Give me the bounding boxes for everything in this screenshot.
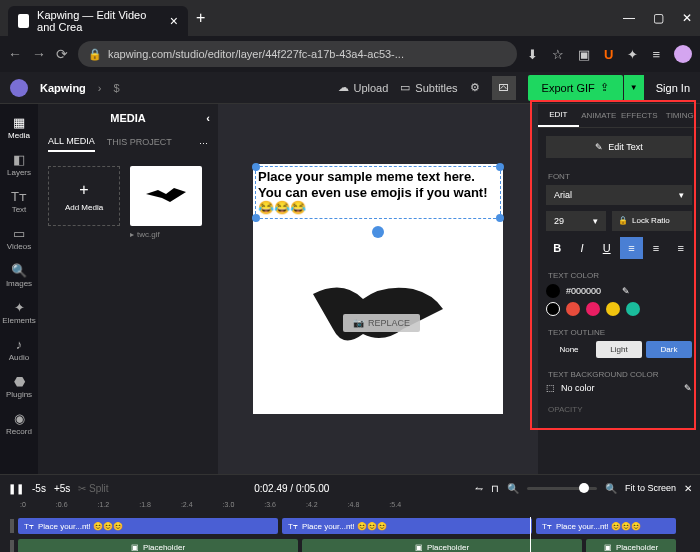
subtitles-button[interactable]: ▭ Subtitles (400, 81, 457, 94)
kapwing-logo[interactable] (10, 79, 28, 97)
media-more-icon[interactable]: ⋯ (199, 139, 208, 149)
tab-effects[interactable]: EFFECTS (619, 104, 660, 127)
timeline-clip-placeholder[interactable]: ▣Placeholder (586, 539, 676, 552)
timeline-clip-placeholder[interactable]: ▣Placeholder (302, 539, 582, 552)
settings-gear-icon[interactable]: ⚙ (470, 81, 480, 94)
new-tab-button[interactable]: + (196, 9, 205, 27)
export-button[interactable]: Export GIF ⇪ (528, 75, 623, 101)
underline-button[interactable]: U (595, 237, 618, 259)
swatch-teal[interactable] (626, 302, 640, 316)
lock-ratio-toggle[interactable]: 🔒 Lock Ratio (612, 211, 692, 231)
rail-record[interactable]: ◉Record (0, 406, 38, 441)
close-window-icon[interactable]: ✕ (682, 11, 692, 25)
fit-to-screen-button[interactable]: Fit to Screen (625, 483, 676, 493)
star-icon[interactable]: ☆ (552, 47, 564, 62)
replace-button[interactable]: 📷 REPLACE (343, 314, 420, 332)
rail-media[interactable]: ▦Media (0, 110, 38, 145)
upload-button[interactable]: ☁ Upload (338, 81, 389, 94)
signin-link[interactable]: Sign In (656, 82, 690, 94)
timeline-track-placeholder[interactable]: ▣Placeholder ▣Placeholder ▣Placeholder (10, 538, 690, 552)
forward-icon[interactable]: → (32, 46, 46, 62)
outline-none-button[interactable]: None (546, 341, 592, 358)
resize-handle-br[interactable] (496, 214, 504, 222)
edit-text-button[interactable]: ✎ Edit Text (546, 136, 692, 158)
extension-u-icon[interactable]: U (604, 47, 613, 62)
no-color-icon[interactable]: ⬚ (546, 383, 555, 393)
text-element-selected[interactable]: Place your sample meme text here. You ca… (255, 166, 501, 219)
minimize-icon[interactable]: — (623, 11, 635, 25)
tab-animate[interactable]: ANIMATE (579, 104, 620, 127)
menu-lines-icon[interactable]: ≡ (652, 47, 660, 62)
bold-button[interactable]: B (546, 237, 569, 259)
font-family-select[interactable]: Arial ▾ (546, 185, 692, 205)
outline-dark-button[interactable]: Dark (646, 341, 692, 358)
rail-images[interactable]: 🔍Images (0, 258, 38, 293)
rail-audio[interactable]: ♪Audio (0, 332, 38, 367)
meme-text-content[interactable]: Place your sample meme text here. You ca… (258, 169, 498, 216)
tab-timing[interactable]: TIMING (660, 104, 701, 127)
share-button[interactable]: ⮹ (492, 76, 516, 100)
reload-icon[interactable]: ⟳ (56, 46, 68, 62)
forward-5s-button[interactable]: +5s (54, 483, 70, 494)
timeline-clip-placeholder[interactable]: ▣Placeholder (18, 539, 298, 552)
resize-handle-bl[interactable] (252, 214, 260, 222)
close-tab-icon[interactable]: × (170, 13, 178, 29)
swatch-yellow[interactable] (606, 302, 620, 316)
eyedropper-icon[interactable]: ✎ (622, 286, 630, 296)
zoom-out-icon[interactable]: 🔍 (507, 483, 519, 494)
outline-light-button[interactable]: Light (596, 341, 642, 358)
project-switcher[interactable]: $ (114, 82, 120, 94)
canvas[interactable]: Place your sample meme text here. You ca… (253, 164, 503, 414)
timeline-clip-text[interactable]: TᴛPlace your...nt! 😊😊😊 (18, 518, 278, 534)
rail-plugins[interactable]: ⬣Plugins (0, 369, 38, 404)
browser-tab[interactable]: Kapwing — Edit Video and Crea × (8, 6, 188, 36)
resize-handle-tr[interactable] (496, 163, 504, 171)
zoom-in-icon[interactable]: 🔍 (605, 483, 617, 494)
align-left-button[interactable]: ≡ (620, 237, 643, 259)
align-center-button[interactable]: ≡ (645, 237, 668, 259)
timeline-ruler[interactable]: :0 :0.6 :1.2 :1.8 :2.4 :3.0 :3.6 :4.2 :4… (0, 501, 700, 515)
swatch-red[interactable] (566, 302, 580, 316)
rail-elements[interactable]: ✦Elements (0, 295, 38, 330)
rail-text[interactable]: TᴛText (0, 184, 38, 219)
tab-edit[interactable]: EDIT (538, 104, 579, 127)
download-icon[interactable]: ⬇ (527, 47, 538, 62)
timeline-track-text[interactable]: TᴛPlace your...nt! 😊😊😊 TᴛPlace your...nt… (10, 517, 690, 535)
eyedropper-icon[interactable]: ✎ (684, 383, 692, 393)
magnet-icon[interactable]: ⊓ (491, 483, 499, 494)
rail-videos[interactable]: ▭Videos (0, 221, 38, 256)
tab-this-project[interactable]: THIS PROJECT (107, 137, 172, 151)
resize-handle-tl[interactable] (252, 163, 260, 171)
rail-layers[interactable]: ◧Layers (0, 147, 38, 182)
align-right-button[interactable]: ≡ (669, 237, 692, 259)
track-handle[interactable] (10, 519, 14, 533)
pause-button[interactable]: ❚❚ (8, 483, 24, 494)
split-button[interactable]: ✂ Split (78, 483, 108, 494)
font-size-select[interactable]: 29 ▾ (546, 211, 606, 231)
rewind-5s-button[interactable]: -5s (32, 483, 46, 494)
canvas-area[interactable]: Place your sample meme text here. You ca… (218, 104, 538, 474)
media-thumbnail[interactable]: ▸ twc.gif (130, 166, 202, 239)
rotate-handle[interactable] (372, 226, 384, 238)
back-icon[interactable]: ← (8, 46, 22, 62)
timeline-clip-text[interactable]: TᴛPlace your...nt! 😊😊😊 (282, 518, 532, 534)
track-handle[interactable] (10, 540, 14, 552)
snap-icon[interactable]: ⥊ (475, 483, 483, 494)
zoom-slider[interactable] (527, 487, 597, 490)
url-field[interactable]: 🔒 kapwing.com/studio/editor/layer/44f227… (78, 41, 517, 67)
cast-icon[interactable]: ▣ (578, 47, 590, 62)
extensions-icon[interactable]: ✦ (627, 47, 638, 62)
swatch-black[interactable] (546, 302, 560, 316)
italic-button[interactable]: I (571, 237, 594, 259)
maximize-icon[interactable]: ▢ (653, 11, 664, 25)
timeline-clip-text[interactable]: TᴛPlace your...nt! 😊😊😊 (536, 518, 676, 534)
color-hex-input[interactable] (566, 286, 616, 296)
collapse-panel-icon[interactable]: ‹ (206, 112, 210, 124)
close-timeline-icon[interactable]: ✕ (684, 483, 692, 494)
swatch-pink[interactable] (586, 302, 600, 316)
app-name[interactable]: Kapwing (40, 82, 86, 94)
tab-all-media[interactable]: ALL MEDIA (48, 136, 95, 152)
profile-avatar[interactable] (674, 45, 692, 63)
add-media-button[interactable]: + Add Media (48, 166, 120, 226)
export-dropdown[interactable]: ▼ (624, 75, 644, 101)
